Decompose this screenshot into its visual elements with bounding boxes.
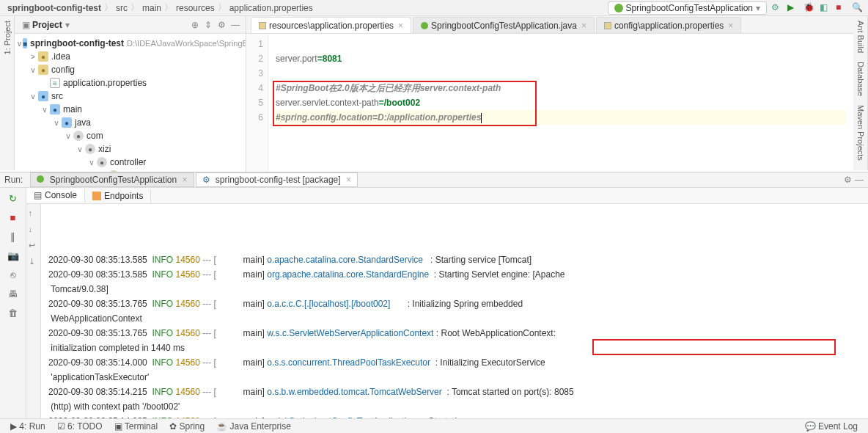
print-icon[interactable]: 🖶 <box>6 286 21 301</box>
tree-item[interactable]: ≡application.properties <box>15 76 246 90</box>
project-tool-tab[interactable]: 1: Project <box>3 16 12 59</box>
scroll-icon[interactable]: ⤓ <box>29 257 39 267</box>
collapse-icon[interactable]: ⇕ <box>205 20 215 30</box>
rerun-icon[interactable]: ↻ <box>6 191 21 205</box>
tree-item[interactable]: v●xizi <box>15 142 246 156</box>
project-tree[interactable]: v ■ springboot-config-test D:\IDEA\JavaW… <box>15 34 246 172</box>
exit-icon[interactable]: ⎋ <box>6 267 21 282</box>
tree-item[interactable]: v●java <box>15 116 246 129</box>
folder-icon: ● <box>38 51 48 62</box>
status-spring[interactable]: ✿ Spring <box>163 421 210 432</box>
breadcrumb-file[interactable]: application.properties <box>227 3 316 13</box>
tree-root-label: springboot-config-test <box>30 38 124 48</box>
wrap-icon[interactable]: ↩ <box>29 241 39 251</box>
expand-arrow-icon[interactable]: v <box>88 159 95 167</box>
editor-tab[interactable]: config\application.properties× <box>596 17 741 33</box>
close-icon[interactable]: × <box>581 21 586 31</box>
breadcrumb-item[interactable]: src <box>113 3 130 13</box>
breadcrumb-item[interactable]: main <box>139 3 164 13</box>
pkg-icon: ● <box>97 157 107 167</box>
code-editor[interactable]: 123456 server.port=8081 #SpringBoot在2.0版… <box>246 34 853 172</box>
tree-item[interactable]: >●.idea <box>15 50 246 63</box>
log-line: 2020-09-30 08:35:14.000 INFO 14560 --- [… <box>48 355 861 370</box>
file-icon: ≡ <box>50 78 60 88</box>
editor-tab[interactable]: resources\application.properties× <box>251 17 411 33</box>
tree-item-label: xizi <box>98 144 111 154</box>
ant-tool-tab[interactable]: Ant Build <box>856 16 865 57</box>
project-panel-title[interactable]: Project <box>32 20 62 30</box>
expand-arrow-icon[interactable]: v <box>53 119 60 127</box>
expand-arrow-icon[interactable]: v <box>76 145 84 153</box>
close-icon[interactable]: × <box>728 21 733 31</box>
run-inner: ▤Console Endpoints ↑ ↓ ↩ ⤓ 2020-09-30 08… <box>26 188 868 433</box>
up-icon[interactable]: ↑ <box>29 208 39 219</box>
tree-item-label: src <box>51 91 63 101</box>
target-icon[interactable]: ⊕ <box>191 20 202 30</box>
folder-icon: ● <box>38 65 48 75</box>
coverage-icon[interactable]: ◧ <box>820 2 831 14</box>
folder-src-icon: ● <box>38 91 48 101</box>
expand-arrow-icon[interactable]: v <box>65 132 72 140</box>
log-line: 2020-09-30 08:35:14.215 INFO 14560 --- [… <box>48 385 861 399</box>
expand-arrow-icon[interactable]: v <box>29 66 37 74</box>
status-java-ee[interactable]: ☕ Java Enterprise <box>210 421 297 432</box>
tree-item[interactable]: v●main <box>15 103 246 116</box>
run-tab-label: springboot-config-test [package] <box>216 175 341 185</box>
tree-item[interactable]: v●config <box>15 63 246 76</box>
maven-tool-tab[interactable]: Maven Projects <box>856 101 865 165</box>
editor-tab-label: config\application.properties <box>614 21 724 31</box>
hide-icon[interactable]: — <box>855 175 864 185</box>
debug-icon[interactable]: 🐞 <box>803 2 815 14</box>
status-terminal[interactable]: ▣ Terminal <box>108 421 163 432</box>
run-config-tab[interactable]: SpringbootConfigTestApplication × <box>30 172 194 187</box>
tree-item[interactable]: v●controller <box>15 156 246 169</box>
stop-icon[interactable]: ■ <box>836 2 847 14</box>
search-icon[interactable]: 🔍 <box>852 2 864 14</box>
project-panel: ▣ Project ▾ ⊕ ⇕ ⚙ — v ■ springboot-confi… <box>15 16 246 172</box>
console-tab[interactable]: ▤Console <box>26 189 85 203</box>
gear-icon[interactable]: ⚙ <box>218 20 228 30</box>
code-content[interactable]: server.port=8081 #SpringBoot在2.0版本之后已经弃用… <box>268 34 853 172</box>
close-icon[interactable]: × <box>183 175 188 185</box>
caret-icon <box>481 113 482 123</box>
tree-item[interactable]: v●com <box>15 129 246 142</box>
close-icon[interactable]: × <box>346 175 351 185</box>
expand-arrow-icon[interactable]: v <box>18 40 21 48</box>
project-panel-header: ▣ Project ▾ ⊕ ⇕ ⚙ — <box>15 16 246 34</box>
hide-icon[interactable]: — <box>231 20 241 30</box>
gear-icon[interactable]: ⚙ <box>844 175 852 185</box>
breadcrumb-item[interactable]: resources <box>173 3 218 13</box>
dump-icon[interactable]: 📷 <box>6 248 21 263</box>
expand-arrow-icon[interactable]: > <box>29 53 37 61</box>
run-icon[interactable]: ▶ <box>787 2 799 14</box>
spring-icon <box>37 175 44 183</box>
stop-icon[interactable]: ■ <box>6 210 21 225</box>
down-icon[interactable]: ↓ <box>29 225 39 235</box>
breadcrumb-root[interactable]: springboot-config-test <box>4 3 104 13</box>
expand-arrow-icon[interactable]: v <box>29 92 37 101</box>
folder-src-icon: ● <box>50 104 60 114</box>
file-icon <box>604 22 611 29</box>
chevron-down-icon[interactable]: ▾ <box>65 20 70 30</box>
status-todo[interactable]: ☑ 6: TODO <box>51 421 108 432</box>
log-line: 2020-09-30 08:35:13.765 INFO 14560 --- [… <box>48 296 861 311</box>
tree-item[interactable]: v●src <box>15 90 246 103</box>
file-icon <box>259 22 266 29</box>
pause-icon[interactable]: ‖ <box>6 229 21 244</box>
status-bar: ▶ 4: Run ☑ 6: TODO ▣ Terminal ✿ Spring ☕… <box>0 418 868 433</box>
event-log[interactable]: 💬 Event Log <box>799 421 864 432</box>
database-tool-tab[interactable]: Database <box>856 57 865 101</box>
editor-tab[interactable]: SpringbootConfigTestApplication.java× <box>413 17 595 33</box>
run-configuration-selector[interactable]: SpringbootConfigTestApplication ▾ <box>608 1 767 15</box>
console-output[interactable]: 2020-09-30 08:35:13.585 INFO 14560 --- [… <box>41 204 868 433</box>
log-line: 2020-09-30 08:35:13.585 INFO 14560 --- [… <box>48 267 861 282</box>
endpoints-tab[interactable]: Endpoints <box>85 189 151 203</box>
run-config-tab[interactable]: ⚙ springboot-config-test [package] × <box>196 172 358 187</box>
folder-src-icon: ● <box>62 117 72 128</box>
expand-arrow-icon[interactable]: v <box>41 106 48 114</box>
trash-icon[interactable]: 🗑 <box>6 305 21 320</box>
status-run[interactable]: ▶ 4: Run <box>4 421 51 432</box>
tree-root[interactable]: v ■ springboot-config-test D:\IDEA\JavaW… <box>15 37 246 50</box>
close-icon[interactable]: × <box>398 21 403 31</box>
build-icon[interactable]: ⚙ <box>771 2 783 14</box>
